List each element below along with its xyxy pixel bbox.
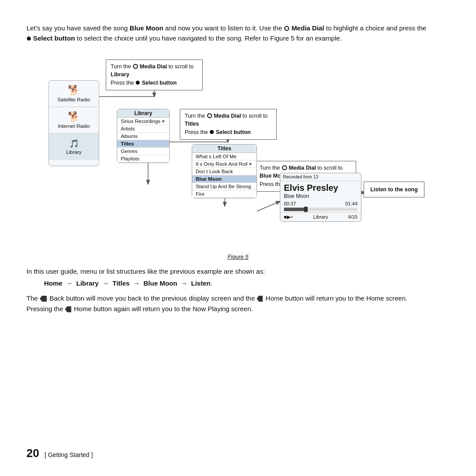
titles-item-2: It s Only Rock And Roll ♥ (192, 160, 257, 168)
now-playing-footer: ■▶+ Library 4/10 (280, 212, 361, 221)
callout-titles: Turn the Media Dial to scroll to Titles … (180, 109, 277, 140)
time-display: 00:37 01:44 (280, 201, 361, 206)
library-item-playlists: Playlists (117, 155, 169, 163)
arrow-2: → (102, 279, 109, 287)
titles-item-1: What s Left Of Me (192, 153, 257, 160)
progress-fill (284, 208, 306, 211)
page-number: 20 (26, 446, 39, 460)
body-text-3: The Back button will move you back to th… (26, 293, 432, 314)
arrow-3: → (133, 279, 140, 287)
page: Let’s say you have saved the song Blue M… (0, 0, 476, 327)
time-total: 01:44 (345, 201, 357, 206)
satellite-label: Satellite Radio (57, 97, 90, 102)
titles-menu-header: Titles (192, 145, 257, 153)
internet-label: Internet Radio (58, 123, 89, 129)
song-name: Blue Moon (280, 193, 361, 201)
cb1-dial-icon (133, 64, 138, 69)
library-item-albums: Albums (117, 133, 169, 140)
diagram-area: Turn the Media Dial to scroll to Library… (35, 56, 441, 250)
body-text-2: In this user guide, menu or list structu… (26, 266, 432, 277)
callout-listen: Listen to the song (364, 182, 424, 198)
library-item-titles: Titles (117, 140, 169, 148)
library-menu-panel: Library Sirius Recordings ♥ Artists Albu… (117, 109, 170, 163)
select-btn-icon (27, 37, 31, 41)
section-label: [ Getting Started ] (45, 451, 93, 458)
cb2-dial-icon (207, 113, 212, 118)
svg-line-9 (257, 201, 280, 211)
source-label: Library (313, 214, 328, 219)
titles-item-5: Stand Up And Be Strong (192, 183, 257, 190)
library-item-artists: Artists (117, 125, 169, 133)
playback-controls: ■▶+ (284, 214, 293, 220)
menu-item-library: 🎵 Library (49, 134, 99, 160)
titles-menu-panel: Titles What s Left Of Me It s Only Rock … (192, 144, 257, 198)
cb2-select-icon (210, 130, 214, 134)
main-menu-panel: 🐕 Satellite Radio 🐕 Internet Radio 🎵 Lib… (48, 80, 99, 166)
titles-item-blue-moon: Blue Moon (192, 175, 257, 183)
artist-name: Elvis Presley (280, 181, 361, 193)
arrow-1: → (66, 279, 73, 287)
library-item-genres: Genres (117, 148, 169, 155)
media-dial-icon (284, 26, 289, 31)
track-count: 4/10 (348, 214, 357, 219)
titles-item-6: Fire (192, 190, 257, 198)
home-icon (257, 296, 263, 302)
figure-caption: Figure 5 (26, 253, 450, 260)
figure-label: Figure 5 (227, 253, 249, 260)
menu-item-satellite: 🐕 Satellite Radio (49, 81, 99, 107)
page-footer: 20 [ Getting Started ] (26, 446, 93, 460)
arrow-4: → (181, 279, 187, 287)
internet-icon: 🐕 (68, 111, 80, 123)
back-icon (40, 296, 47, 302)
progress-marker (304, 207, 308, 212)
library-item-sirius: Sirius Recordings ♥ (117, 118, 169, 125)
library-icon: 🎵 (69, 139, 79, 149)
cb1-select-icon (136, 81, 140, 85)
titles-item-3: Don t Look Back (192, 168, 257, 175)
library-label: Library (66, 149, 82, 155)
recorded-label: Recorded from 13 (280, 173, 361, 181)
satellite-icon: 🐕 (68, 85, 80, 96)
cb3-dial-icon (282, 165, 287, 170)
callout-library: Turn the Media Dial to scroll to Library… (106, 60, 203, 90)
time-elapsed: 00:37 (284, 201, 296, 206)
intro-paragraph: Let’s say you have saved the song Blue M… (26, 23, 432, 44)
progress-bar (284, 208, 357, 211)
now-playing-panel: Recorded from 13 Elvis Presley Blue Moon… (280, 173, 361, 222)
library-menu-header: Library (117, 109, 169, 118)
nav-path: Home → Library → Titles → Blue Moon → Li… (44, 279, 450, 287)
menu-item-internet: 🐕 Internet Radio (49, 107, 99, 134)
home-icon-2 (65, 306, 71, 312)
